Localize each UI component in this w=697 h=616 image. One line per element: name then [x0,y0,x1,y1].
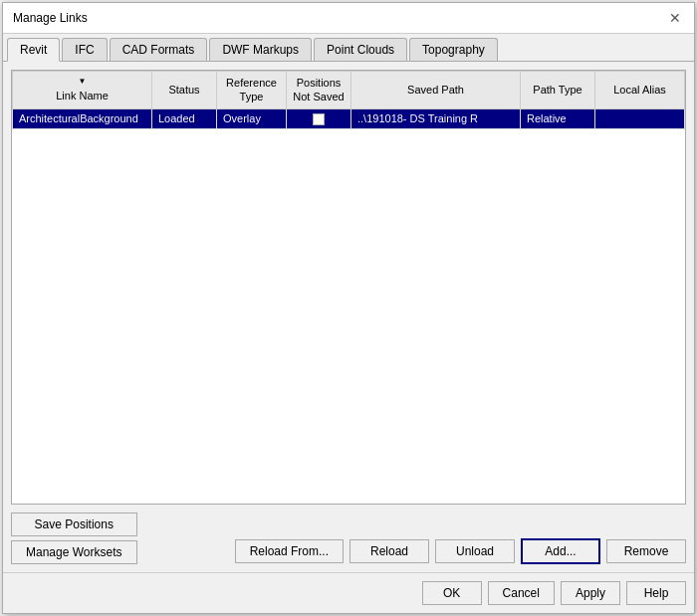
table-body: ArchitecturalBackground Loaded Overlay .… [13,108,685,128]
tab-dwf-markups[interactable]: DWF Markups [209,38,312,61]
col-header-local-alias[interactable]: Local Alias [595,72,685,109]
cell-pos-saved[interactable] [287,108,351,128]
col-header-pos-saved[interactable]: Positions Not Saved [287,72,351,109]
left-action-buttons: Save Positions Manage Worksets [11,513,137,564]
tab-ifc[interactable]: IFC [62,38,107,61]
cell-path-type: Relative [521,108,595,128]
tab-topography[interactable]: Topography [409,38,498,61]
sort-icon: ▼ [19,77,145,87]
reload-button[interactable]: Reload [349,539,429,563]
tab-revit[interactable]: Revit [7,38,60,62]
cancel-button[interactable]: Cancel [488,581,555,605]
right-action-buttons: Reload From... Reload Unload Add... Remo… [235,538,686,564]
tab-point-clouds[interactable]: Point Clouds [314,38,407,61]
cell-saved-path: ..\191018- DS Training R [351,108,521,128]
dialog-title: Manage Links [13,11,88,25]
table-header-row: ▼ Link Name Status Reference Type Positi… [13,72,685,109]
title-bar: Manage Links ✕ [3,3,694,34]
cell-status: Loaded [152,108,217,128]
table-row[interactable]: ArchitecturalBackground Loaded Overlay .… [13,108,685,128]
col-header-saved-path[interactable]: Saved Path [351,72,521,109]
tab-bar: Revit IFC CAD Formats DWF Markups Point … [3,34,694,62]
close-button[interactable]: ✕ [666,9,684,27]
cell-ref-type: Overlay [217,108,287,128]
unload-button[interactable]: Unload [435,539,515,563]
col-header-status[interactable]: Status [152,72,217,109]
col-header-ref-type[interactable]: Reference Type [217,72,287,109]
apply-button[interactable]: Apply [561,581,620,605]
reload-from-button[interactable]: Reload From... [235,539,344,563]
cell-link-name: ArchitecturalBackground [13,108,152,128]
save-positions-button[interactable]: Save Positions [11,513,137,536]
add-button[interactable]: Add... [521,538,600,564]
footer: OK Cancel Apply Help [3,572,694,613]
links-table-container: ▼ Link Name Status Reference Type Positi… [11,70,686,505]
ok-button[interactable]: OK [422,581,482,605]
manage-worksets-button[interactable]: Manage Worksets [11,540,137,564]
links-table: ▼ Link Name Status Reference Type Positi… [12,71,685,129]
col-header-path-type[interactable]: Path Type [521,72,595,109]
action-buttons-section: Save Positions Manage Worksets Reload Fr… [11,513,686,564]
remove-button[interactable]: Remove [606,539,686,563]
main-content: ▼ Link Name Status Reference Type Positi… [3,62,694,572]
col-header-link-name[interactable]: ▼ Link Name [13,72,152,109]
pos-saved-checkbox[interactable] [313,113,325,125]
cell-local-alias [595,108,685,128]
help-button[interactable]: Help [626,581,686,605]
tab-cad-formats[interactable]: CAD Formats [110,38,208,61]
manage-links-dialog: Manage Links ✕ Revit IFC CAD Formats DWF… [2,2,695,614]
